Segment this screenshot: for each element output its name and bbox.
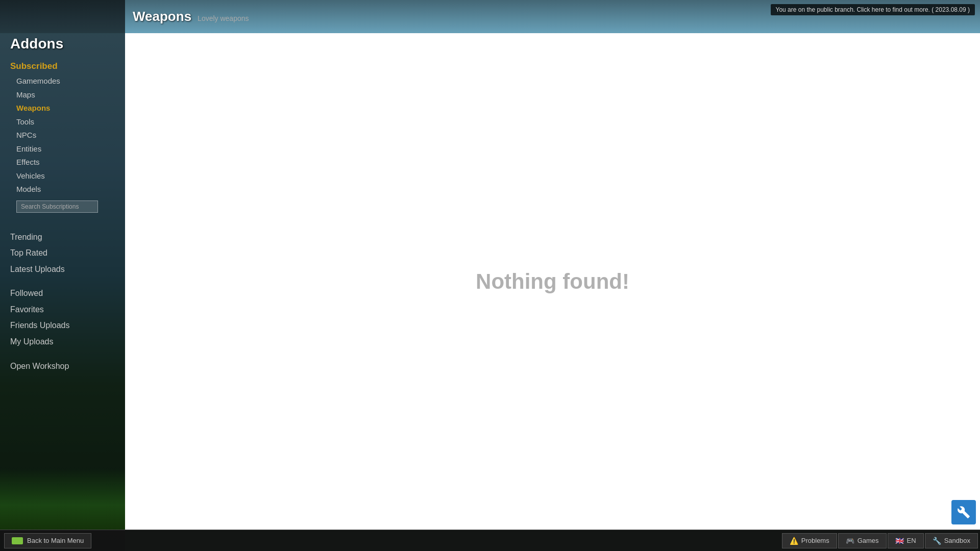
- back-icon: [12, 537, 23, 544]
- sidebar-item-entities[interactable]: Entities: [10, 142, 115, 156]
- sidebar-title: Addons: [10, 36, 115, 52]
- problems-icon: ⚠️: [790, 537, 798, 545]
- sidebar-item-trending[interactable]: Trending: [10, 229, 115, 245]
- language-label: EN: [907, 537, 916, 544]
- subscribed-section: Subscribed Gamemodes Maps Weapons Tools …: [10, 61, 115, 221]
- sidebar-item-favorites[interactable]: Favorites: [10, 302, 115, 318]
- browse-links: Trending Top Rated Latest Uploads: [10, 229, 115, 278]
- page-title-area: Weapons Lovely weapons: [133, 9, 249, 24]
- sidebar-item-latest-uploads[interactable]: Latest Uploads: [10, 261, 115, 278]
- games-label: Games: [857, 537, 879, 544]
- subscribed-label: Subscribed: [10, 61, 115, 71]
- page-title: Weapons: [133, 9, 191, 24]
- notification-text: You are on the public branch. Click here…: [776, 6, 970, 13]
- problems-button[interactable]: ⚠️ Problems: [782, 533, 837, 548]
- sidebar-item-models[interactable]: Models: [10, 183, 115, 196]
- sandbox-button[interactable]: 🔧 Sandbox: [925, 533, 978, 548]
- sidebar-item-followed[interactable]: Followed: [10, 285, 115, 302]
- workshop-section: Open Workshop: [10, 358, 115, 374]
- taskbar: Back to Main Menu ⚠️ Problems 🎮 Games 🇬🇧…: [0, 530, 980, 551]
- personal-links: Followed Favorites Friends Uploads My Up…: [10, 285, 115, 349]
- sidebar-item-maps[interactable]: Maps: [10, 88, 115, 102]
- sandbox-label: Sandbox: [944, 537, 970, 544]
- sidebar-item-npcs[interactable]: NPCs: [10, 129, 115, 142]
- sidebar-item-tools[interactable]: Tools: [10, 115, 115, 129]
- wrench-icon: [957, 506, 970, 519]
- search-subscriptions-input[interactable]: [16, 201, 98, 213]
- problems-label: Problems: [801, 537, 829, 544]
- sidebar-item-gamemodes[interactable]: Gamemodes: [10, 74, 115, 88]
- back-to-main-menu-button[interactable]: Back to Main Menu: [4, 533, 91, 548]
- games-icon: 🎮: [846, 537, 854, 545]
- sidebar-item-weapons[interactable]: Weapons: [10, 102, 115, 115]
- main-content: Nothing found!: [125, 33, 980, 530]
- personal-section: Followed Favorites Friends Uploads My Up…: [10, 285, 115, 349]
- browse-section: Trending Top Rated Latest Uploads: [10, 229, 115, 278]
- sidebar-item-open-workshop[interactable]: Open Workshop: [10, 358, 115, 374]
- sidebar-item-top-rated[interactable]: Top Rated: [10, 245, 115, 261]
- taskbar-right: ⚠️ Problems 🎮 Games 🇬🇧 EN 🔧 Sandbox: [782, 533, 978, 548]
- sidebar-item-my-uploads[interactable]: My Uploads: [10, 334, 115, 350]
- games-button[interactable]: 🎮 Games: [838, 533, 887, 548]
- flag-icon: 🇬🇧: [895, 537, 904, 545]
- page-subtitle: Lovely weapons: [198, 14, 249, 22]
- sidebar-item-effects[interactable]: Effects: [10, 156, 115, 169]
- notification-bar[interactable]: You are on the public branch. Click here…: [771, 4, 975, 15]
- sandbox-icon: 🔧: [933, 537, 941, 545]
- sidebar-item-vehicles[interactable]: Vehicles: [10, 169, 115, 183]
- sidebar-item-friends-uploads[interactable]: Friends Uploads: [10, 317, 115, 334]
- wrench-button[interactable]: [951, 500, 976, 524]
- sidebar: Addons Subscribed Gamemodes Maps Weapons…: [0, 0, 125, 530]
- language-button[interactable]: 🇬🇧 EN: [888, 533, 924, 548]
- nothing-found-message: Nothing found!: [476, 269, 629, 294]
- back-button-label: Back to Main Menu: [27, 537, 84, 544]
